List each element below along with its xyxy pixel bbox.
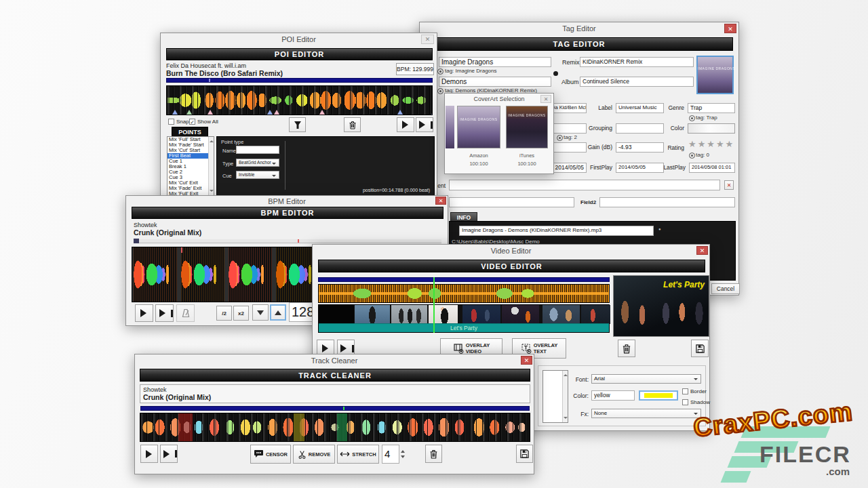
grouping-field[interactable]	[616, 123, 664, 134]
beat-marker	[298, 239, 299, 243]
add-marker-button[interactable]	[289, 117, 306, 132]
rating-stars[interactable]: ★★★★★	[688, 139, 734, 149]
cue-marker[interactable]	[431, 110, 433, 115]
cover-option-amazon[interactable]: IMAGINE DRAGONS	[457, 106, 500, 148]
cue-marker[interactable]	[186, 110, 192, 115]
shadow-checkbox[interactable]	[682, 399, 688, 405]
video-progress-bar[interactable]	[318, 277, 610, 282]
filename-field[interactable]: Imagine Dragons - Demons (KIDinaKORNER R…	[459, 226, 654, 236]
close-icon[interactable]: ✕	[540, 95, 551, 103]
poi-editor-titlebar[interactable]: POI Editor	[161, 35, 437, 43]
title-field[interactable]: Demons	[439, 77, 551, 87]
artist-field[interactable]: Imagine Dragons	[439, 57, 551, 67]
cover-option-itunes[interactable]: IMAGINE DRAGONS	[506, 106, 548, 148]
cue-marker[interactable]	[208, 110, 213, 115]
tag-copy-icon[interactable]	[437, 68, 443, 75]
cue-marker[interactable]	[319, 110, 325, 115]
color-name-field[interactable]: yellow	[591, 390, 635, 401]
tag-editor-titlebar[interactable]: Tag Editor	[420, 24, 738, 33]
cleaner-waveform[interactable]	[140, 413, 530, 442]
poi-waveform[interactable]	[166, 85, 433, 115]
save-button[interactable]	[516, 445, 533, 463]
label-field[interactable]: Universal Music	[616, 103, 664, 113]
video-waveform[interactable]	[318, 284, 610, 303]
overlay-items-list[interactable]	[542, 370, 568, 423]
comment-field[interactable]	[449, 180, 720, 190]
spinner-up-icon[interactable]	[401, 448, 405, 453]
track-cleaner-header: TRACK CLEANER	[140, 369, 530, 382]
font-select[interactable]: Arial	[591, 374, 701, 384]
delete-button[interactable]	[425, 445, 442, 463]
censor-button[interactable]: CENSOR	[250, 445, 291, 464]
genre-field[interactable]: Trap	[688, 103, 735, 113]
progress-square[interactable]	[134, 239, 139, 243]
video-editor-titlebar[interactable]: Video Editor	[313, 247, 709, 255]
close-icon[interactable]: ✕	[696, 246, 708, 255]
cue-select[interactable]: Invisible	[236, 171, 279, 179]
double-bpm-button[interactable]: x2	[233, 306, 249, 321]
play-from-button[interactable]	[160, 445, 178, 463]
play-button[interactable]	[397, 117, 414, 132]
lastplay-field[interactable]: 2014/05/08 01:01	[689, 163, 735, 173]
tag-copy-icon[interactable]	[437, 88, 443, 94]
close-icon[interactable]: ✕	[724, 24, 736, 33]
bpm-progress-bar[interactable]	[134, 239, 441, 243]
cue-marker[interactable]	[267, 110, 273, 115]
stretch-spinner[interactable]	[399, 445, 406, 464]
delete-point-button[interactable]	[344, 117, 361, 132]
censor-region[interactable]	[178, 413, 193, 441]
cue-marker[interactable]	[172, 110, 178, 115]
points-list[interactable]: Mix 'Full' Start Mix 'Fade' Start Mix 'C…	[167, 136, 214, 196]
color-swatch-button[interactable]	[639, 390, 678, 401]
tag-copy-icon[interactable]	[689, 115, 695, 121]
remove-button[interactable]: REMOVE	[293, 445, 335, 464]
half-bpm-button[interactable]: /2	[216, 306, 232, 321]
track-cleaner-titlebar[interactable]: Track Cleaner	[135, 357, 534, 365]
play-button[interactable]	[135, 304, 153, 322]
remix-field[interactable]: KIDinaKORNER Remix	[580, 57, 694, 67]
show-all-checkbox[interactable]: ✓	[189, 119, 195, 125]
bpm-editor-titlebar[interactable]: BPM Editor	[126, 197, 448, 205]
stretch-region[interactable]	[337, 413, 347, 441]
fx-select[interactable]: None	[591, 409, 701, 418]
snap-checkbox[interactable]	[168, 119, 174, 125]
point-name-field[interactable]	[236, 146, 279, 154]
album-field[interactable]: Continued Silence	[580, 77, 694, 87]
stretch-button[interactable]: STRETCH	[337, 445, 379, 464]
bpm-down-button[interactable]	[252, 304, 269, 321]
spinner-down-icon[interactable]	[401, 455, 405, 460]
cancel-button[interactable]: Cancel	[711, 283, 740, 294]
delete-button[interactable]	[618, 340, 635, 357]
poi-progress-bar[interactable]	[166, 78, 433, 83]
tag-copy-icon[interactable]	[557, 135, 563, 141]
play-from-button[interactable]	[416, 117, 433, 132]
close-icon[interactable]: ✕	[421, 35, 434, 44]
play-from-button[interactable]	[155, 304, 174, 322]
clear-comment-button[interactable]: ✕	[724, 180, 734, 190]
border-checkbox[interactable]	[682, 388, 688, 394]
color-picker-button[interactable]	[688, 123, 735, 134]
tag-copy-icon[interactable]	[689, 152, 695, 159]
save-button[interactable]	[691, 340, 709, 357]
cleaner-progress-bar[interactable]	[140, 406, 530, 411]
metronome-button[interactable]	[176, 304, 195, 322]
cue-marker[interactable]	[397, 110, 403, 115]
cover-option-partial[interactable]	[446, 106, 454, 148]
bpm-up-button[interactable]	[270, 304, 286, 321]
edit-region[interactable]	[294, 413, 304, 441]
play-button[interactable]	[140, 445, 158, 463]
scrollbar[interactable]	[562, 371, 568, 422]
field2-input[interactable]	[599, 197, 735, 207]
scrollbar[interactable]	[208, 137, 214, 195]
close-icon[interactable]: ✕	[435, 197, 446, 205]
stretch-beats-field[interactable]: 4	[382, 445, 399, 464]
cue-marker[interactable]	[274, 110, 279, 115]
field1-input[interactable]	[449, 197, 574, 207]
info-tab[interactable]: INFO	[450, 212, 477, 222]
coverart-titlebar[interactable]: CoverArt Selection	[445, 96, 553, 102]
close-icon[interactable]: ✕	[521, 356, 532, 365]
point-type-select[interactable]: BeatGrid Anchor	[236, 159, 279, 167]
video-filmstrip[interactable]: Let's Party	[318, 304, 610, 333]
playhead-line[interactable]	[433, 277, 435, 333]
album-art-thumbnail[interactable]: IMAGINE DRAGONS	[696, 56, 734, 94]
